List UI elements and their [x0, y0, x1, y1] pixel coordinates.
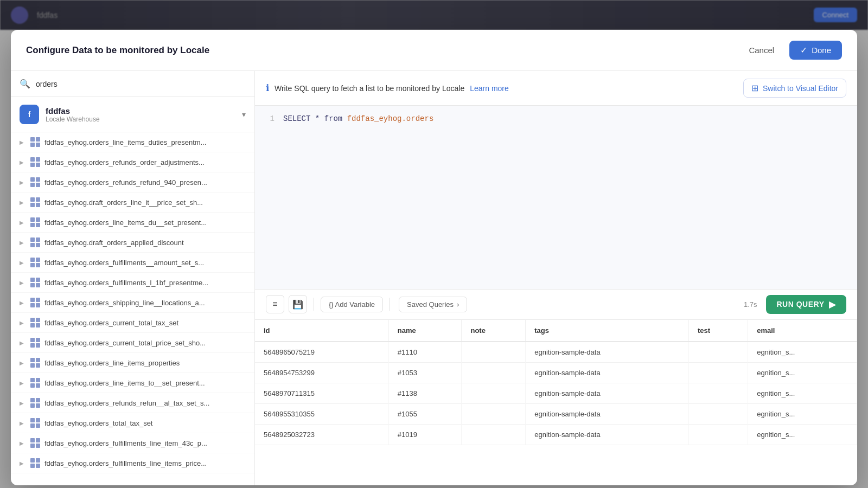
- learn-more-link[interactable]: Learn more: [470, 84, 509, 93]
- toolbar-divider: [314, 298, 314, 311]
- table-name: fddfas_eyhog.orders_refunds_refun__al_ta…: [44, 399, 246, 407]
- table-list-item[interactable]: ▶ fddfas_eyhog.orders_current_total_tax_…: [11, 313, 254, 333]
- toolbar-divider-2: [390, 298, 390, 311]
- table-list-item[interactable]: ▶ fddfas_eyhog.draft_orders_line_it__pri…: [11, 192, 254, 213]
- table-row: 5648955310355#1055egnition-sample-dataeg…: [255, 403, 857, 424]
- table-name: fddfas_eyhog.orders_fulfillments_line_it…: [44, 459, 246, 467]
- table-list-item[interactable]: ▶ fddfas_eyhog.orders_fulfillments_l_1bf…: [11, 273, 254, 293]
- table-grid-icon: [30, 338, 40, 348]
- table-grid-icon: [30, 418, 40, 428]
- sidebar: 🔍 f fddfas Locale Warehouse ▾: [11, 71, 255, 485]
- column-header-email[interactable]: email: [748, 320, 857, 342]
- table-name: fddfas_eyhog.orders_fulfillments_line_it…: [44, 439, 246, 447]
- main-content: ℹ Write SQL query to fetch a list to be …: [255, 71, 857, 485]
- table-name: fddfas_eyhog.orders_total_tax_set: [44, 419, 246, 427]
- table-name: fddfas_eyhog.orders_current_total_tax_se…: [44, 319, 246, 327]
- column-header-name[interactable]: name: [388, 320, 462, 342]
- modal-title: Configure Data to be monitored by Locale: [26, 45, 209, 56]
- add-variable-button[interactable]: {} Add Variable: [321, 297, 383, 312]
- table-name: fddfas_eyhog.orders_current_total_price_…: [44, 339, 246, 347]
- visual-editor-label: Switch to Visual Editor: [763, 84, 838, 93]
- column-header-tags[interactable]: tags: [526, 320, 689, 342]
- table-name: fddfas_eyhog.draft_orders_applied_discou…: [44, 239, 246, 247]
- run-query-label: RUN QUERY: [777, 300, 825, 309]
- cell-id: 5648954753299: [255, 362, 388, 383]
- table-grid-icon: [30, 298, 40, 307]
- cell-note: [462, 403, 526, 424]
- cell-note: [462, 362, 526, 383]
- column-header-note[interactable]: note: [462, 320, 526, 342]
- table-row: 5648925032723#1019egnition-sample-dataeg…: [255, 424, 857, 445]
- save-icon-button[interactable]: 💾: [289, 295, 307, 313]
- table-grid-icon: [30, 378, 40, 388]
- cell-tags: egnition-sample-data: [526, 383, 689, 403]
- cell-id: 5648965075219: [255, 342, 388, 363]
- modal-body: 🔍 f fddfas Locale Warehouse ▾: [11, 71, 857, 485]
- search-input[interactable]: [36, 80, 246, 88]
- table-header-row: idnamenotetagstestemail: [255, 320, 857, 342]
- table-list-item[interactable]: ▶ fddfas_eyhog.orders_shipping_line__llo…: [11, 293, 254, 313]
- table-grid-icon: [30, 258, 40, 267]
- cell-test: [688, 342, 748, 363]
- cell-note: [462, 424, 526, 445]
- cell-id: 5648955310355: [255, 403, 388, 424]
- cell-id: 5648970711315: [255, 383, 388, 403]
- format-icon-button[interactable]: ≡: [266, 295, 284, 313]
- cell-email: egnition_s...: [748, 403, 857, 424]
- format-icon: ≡: [272, 299, 277, 309]
- expand-arrow-icon: ▶: [20, 159, 26, 165]
- cell-tags: egnition-sample-data: [526, 362, 689, 383]
- cell-name: #1053: [388, 362, 462, 383]
- info-icon: ℹ: [266, 82, 269, 94]
- cell-note: [462, 342, 526, 363]
- chevron-down-icon: ▾: [242, 110, 246, 119]
- data-table: idnamenotetagstestemail 5648965075219#11…: [255, 320, 857, 445]
- cell-name: #1055: [388, 403, 462, 424]
- bottom-toolbar: ≡ 💾 {} Add Variable Saved Queries ›: [255, 289, 857, 320]
- table-grid-icon: [30, 197, 40, 207]
- table-name: fddfas_eyhog.orders_refunds_refund_940_p…: [44, 178, 246, 187]
- saved-queries-button[interactable]: Saved Queries ›: [399, 297, 467, 312]
- visual-editor-button[interactable]: ⊞ Switch to Visual Editor: [743, 79, 846, 98]
- cell-email: egnition_s...: [748, 362, 857, 383]
- done-button[interactable]: ✓ Done: [789, 41, 842, 60]
- table-list-item[interactable]: ▶ fddfas_eyhog.orders_fulfillments_line_…: [11, 453, 254, 473]
- table-name: fddfas_eyhog.orders_refunds_order_adjust…: [44, 158, 246, 166]
- column-header-test[interactable]: test: [688, 320, 748, 342]
- configure-modal: Configure Data to be monitored by Locale…: [11, 30, 857, 485]
- table-name: fddfas_eyhog.orders_fulfillments__amount…: [44, 259, 246, 267]
- table-list-item[interactable]: ▶ fddfas_eyhog.orders_fulfillments_line_…: [11, 433, 254, 453]
- db-selector[interactable]: f fddfas Locale Warehouse ▾: [11, 97, 254, 132]
- table-list-item[interactable]: ▶ fddfas_eyhog.orders_fulfillments__amou…: [11, 253, 254, 273]
- expand-arrow-icon: ▶: [20, 300, 26, 306]
- table-list-item[interactable]: ▶ fddfas_eyhog.orders_refunds_refun__al_…: [11, 393, 254, 413]
- db-info: fddfas Locale Warehouse: [46, 106, 235, 123]
- expand-arrow-icon: ▶: [20, 179, 26, 185]
- add-variable-label: {} Add Variable: [329, 300, 375, 309]
- cancel-button[interactable]: Cancel: [740, 41, 783, 59]
- run-arrow-icon: ▶: [829, 299, 836, 310]
- table-grid-icon: [30, 358, 40, 368]
- expand-arrow-icon: ▶: [20, 139, 26, 145]
- cell-note: [462, 383, 526, 403]
- expand-arrow-icon: ▶: [20, 200, 26, 206]
- run-query-button[interactable]: RUN QUERY ▶: [766, 295, 847, 314]
- cell-name: #1019: [388, 424, 462, 445]
- table-list-item[interactable]: ▶ fddfas_eyhog.orders_line_items_du__set…: [11, 213, 254, 233]
- table-grid-icon: [30, 458, 40, 468]
- table-list-item[interactable]: ▶ fddfas_eyhog.orders_current_total_pric…: [11, 333, 254, 353]
- table-grid-icon: [30, 217, 40, 227]
- sql-keyword-from: from: [324, 114, 343, 123]
- table-list-item[interactable]: ▶ fddfas_eyhog.orders_line_items_propert…: [11, 353, 254, 373]
- visual-editor-icon: ⊞: [751, 83, 758, 93]
- column-header-id[interactable]: id: [255, 320, 388, 342]
- table-list-item[interactable]: ▶ fddfas_eyhog.orders_line_items_duties_…: [11, 132, 254, 152]
- table-grid-icon: [30, 157, 40, 167]
- table-list-item[interactable]: ▶ fddfas_eyhog.orders_line_items_to__set…: [11, 373, 254, 393]
- table-list-item[interactable]: ▶ fddfas_eyhog.orders_refunds_order_adju…: [11, 152, 254, 172]
- sql-editor[interactable]: 1 SELECT * from fddfas_eyhog.orders: [255, 106, 857, 289]
- table-list-item[interactable]: ▶ fddfas_eyhog.orders_refunds_refund_940…: [11, 172, 254, 192]
- results-table: idnamenotetagstestemail 5648965075219#11…: [255, 320, 857, 486]
- table-list-item[interactable]: ▶ fddfas_eyhog.draft_orders_applied_disc…: [11, 233, 254, 253]
- table-list-item[interactable]: ▶ fddfas_eyhog.orders_total_tax_set: [11, 413, 254, 433]
